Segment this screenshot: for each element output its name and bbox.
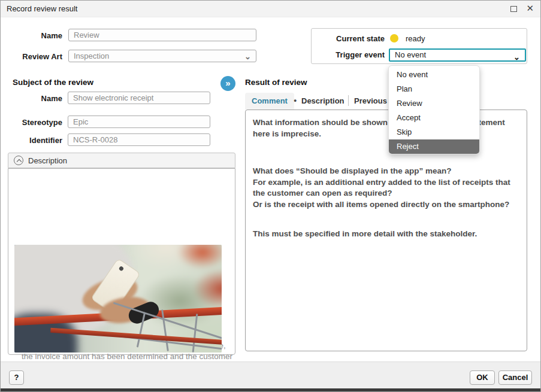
dropdown-option-reject[interactable]: Reject <box>389 139 479 154</box>
identifier-label: Identifier <box>5 136 62 145</box>
title-bar: Record review result ✕ <box>1 1 540 17</box>
window-bottom-edge <box>1 388 540 392</box>
state-panel: Current state ready Trigger event No eve… <box>311 28 527 64</box>
result-heading: Result of review <box>245 78 307 87</box>
subject-photo <box>14 245 222 353</box>
identifier-input[interactable]: NCS-R-0028 <box>68 133 210 146</box>
footer-bar: ? OK Cancel <box>1 361 540 388</box>
tab-description[interactable]: Description <box>301 96 344 105</box>
tab-separator <box>348 95 349 106</box>
collapse-chevron-up-icon[interactable] <box>14 156 23 165</box>
subject-heading: Subject of the review <box>13 78 93 87</box>
description-accordion-label: Description <box>28 156 67 165</box>
dialog-record-review-result: Record review result ✕ Name Review Revie… <box>0 0 541 392</box>
trigger-event-select[interactable]: No event ⌄ <box>389 48 526 62</box>
dialog-title: Record review result <box>7 4 78 13</box>
stereotype-input[interactable]: Epic <box>68 116 210 128</box>
review-art-label: Review Art <box>5 52 62 61</box>
trigger-event-dropdown: No event Plan Review Accept Skip Reject <box>388 65 480 154</box>
modified-dot-icon: ● <box>294 98 297 104</box>
current-state-value: ready <box>406 34 425 43</box>
close-icon[interactable]: ✕ <box>526 3 534 14</box>
comment-paragraph: This must be specified in more detail wi… <box>253 229 512 240</box>
trigger-event-value: No event <box>395 50 426 59</box>
dropdown-option-no-event[interactable]: No event <box>389 68 479 82</box>
description-accordion-header[interactable]: Description <box>8 153 235 168</box>
dropdown-option-review[interactable]: Review <box>389 96 479 111</box>
name-input[interactable]: Review <box>68 29 256 41</box>
current-state-label: Current state <box>319 34 385 43</box>
description-panel: After the customer has entered the exit … <box>8 168 235 355</box>
help-button[interactable]: ? <box>9 370 24 385</box>
dropdown-option-plan[interactable]: Plan <box>389 82 479 96</box>
dropdown-option-accept[interactable]: Accept <box>389 111 479 125</box>
ok-button[interactable]: OK <box>470 370 495 385</box>
cancel-button[interactable]: Cancel <box>498 370 532 385</box>
subject-name-input[interactable]: Show electronic receipt <box>68 92 210 104</box>
state-ready-dot-icon <box>390 34 398 42</box>
stereotype-label: Stereotype <box>5 118 62 127</box>
trigger-event-label: Trigger event <box>319 50 385 59</box>
subject-name-label: Name <box>5 94 62 103</box>
dropdown-option-skip[interactable]: Skip <box>389 125 479 139</box>
comment-paragraph: What does “Should be displayed in the ap… <box>253 166 512 210</box>
maximize-icon[interactable] <box>510 6 517 12</box>
review-art-select[interactable]: Inspection <box>68 50 256 62</box>
name-label: Name <box>5 31 62 40</box>
forward-double-chevron-icon[interactable]: » <box>220 76 235 91</box>
chevron-down-icon: ⌄ <box>244 54 251 60</box>
tab-comment[interactable]: Comment <box>245 93 294 110</box>
chevron-down-icon: ⌄ <box>513 52 520 63</box>
